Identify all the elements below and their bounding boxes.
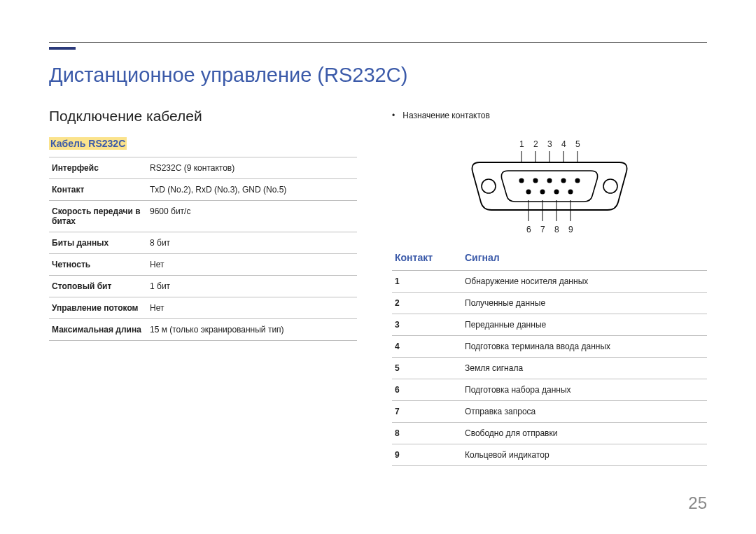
- bullet-icon: •: [392, 111, 400, 120]
- spec-key: Четность: [49, 254, 147, 276]
- table-row: КонтактTxD (No.2), RxD (No.3), GND (No.5…: [49, 179, 357, 201]
- svg-point-9: [547, 178, 552, 183]
- pin-label-top: 4: [561, 139, 566, 149]
- spec-key: Интерфейс: [49, 157, 147, 179]
- pin-number: 7: [392, 401, 462, 423]
- pin-label-top: 5: [575, 139, 580, 149]
- pin-label-bottom: 9: [568, 225, 573, 234]
- spec-key: Стоповый бит: [49, 276, 147, 297]
- table-row: 5Земля сигнала: [392, 358, 707, 379]
- table-row: ИнтерфейсRS232C (9 контактов): [49, 157, 357, 179]
- spec-value: 15 м (только экранированный тип): [147, 319, 357, 341]
- svg-point-13: [540, 190, 545, 195]
- svg-point-7: [519, 178, 524, 183]
- pin-number: 6: [392, 379, 462, 401]
- table-row: ЧетностьНет: [49, 254, 357, 276]
- pin-label-top: 2: [533, 139, 538, 149]
- spec-value: TxD (No.2), RxD (No.3), GND (No.5): [147, 179, 357, 201]
- pin-signal: Подготовка набора данных: [462, 379, 707, 401]
- table-row: 3Переданные данные: [392, 314, 707, 336]
- pin-label-bottom: 7: [540, 225, 545, 234]
- pin-number: 1: [392, 271, 462, 293]
- pin-table: Контакт Сигнал 1Обнаружение носителя дан…: [392, 248, 707, 466]
- content-columns: Подключение кабелей Кабель RS232C Интерф…: [49, 108, 707, 466]
- pin-number: 5: [392, 358, 462, 379]
- svg-point-10: [561, 178, 566, 183]
- svg-point-5: [482, 179, 496, 193]
- pin-note: • Назначение контактов: [392, 111, 707, 120]
- pin-number: 8: [392, 423, 462, 444]
- table-row: 4Подготовка терминала ввода данных: [392, 336, 707, 358]
- table-row: 9Кольцевой индикатор: [392, 444, 707, 466]
- spec-value: RS232C (9 контактов): [147, 157, 357, 179]
- spec-value: Нет: [147, 254, 357, 276]
- cable-title-highlight: Кабель RS232C: [49, 137, 127, 150]
- svg-point-8: [533, 178, 538, 183]
- spec-key: Контакт: [49, 179, 147, 201]
- spec-value: 9600 бит/с: [147, 201, 357, 232]
- pin-number: 2: [392, 293, 462, 314]
- db9-connector-icon: 12345: [462, 127, 637, 239]
- pin-signal: Земля сигнала: [462, 358, 707, 379]
- table-row: 7Отправка запроса: [392, 401, 707, 423]
- right-column: • Назначение контактов 12345: [392, 108, 707, 466]
- spec-value: 8 бит: [147, 232, 357, 254]
- page: Дистанционное управление (RS232C) Подклю…: [0, 0, 756, 494]
- spec-key: Максимальная длина: [49, 319, 147, 341]
- pin-note-text: Назначение контактов: [402, 111, 490, 120]
- svg-point-15: [568, 190, 573, 195]
- table-row: 8Свободно для отправки: [392, 423, 707, 444]
- pin-signal: Обнаружение носителя данных: [462, 271, 707, 293]
- pin-col-signal: Сигнал: [462, 248, 707, 271]
- svg-point-6: [603, 179, 617, 193]
- connector-diagram: 12345: [392, 127, 707, 239]
- spec-value: 1 бит: [147, 276, 357, 297]
- pin-col-contact: Контакт: [392, 248, 462, 271]
- top-divider: [49, 42, 707, 43]
- table-row: 1Обнаружение носителя данных: [392, 271, 707, 293]
- accent-bar: [49, 47, 76, 50]
- pin-label-bottom: 6: [526, 225, 531, 234]
- pin-signal: Подготовка терминала ввода данных: [462, 336, 707, 358]
- pin-number: 9: [392, 444, 462, 466]
- page-title: Дистанционное управление (RS232C): [49, 64, 707, 87]
- left-column: Подключение кабелей Кабель RS232C Интерф…: [49, 108, 357, 466]
- spec-key: Скорость передачи в битах: [49, 201, 147, 232]
- pin-signal: Кольцевой индикатор: [462, 444, 707, 466]
- svg-point-12: [526, 190, 531, 195]
- pin-label-top: 1: [519, 139, 524, 149]
- pin-number: 4: [392, 336, 462, 358]
- table-row: Биты данных8 бит: [49, 232, 357, 254]
- spec-value: Нет: [147, 297, 357, 319]
- page-number: 25: [688, 493, 707, 513]
- pin-label-top: 3: [547, 139, 552, 149]
- svg-point-11: [575, 178, 580, 183]
- pin-number: 3: [392, 314, 462, 336]
- pin-signal: Свободно для отправки: [462, 423, 707, 444]
- pin-signal: Переданные данные: [462, 314, 707, 336]
- pin-signal: Отправка запроса: [462, 401, 707, 423]
- table-row: 2Полученные данные: [392, 293, 707, 314]
- spec-table: ИнтерфейсRS232C (9 контактов)КонтактTxD …: [49, 157, 357, 341]
- table-row: Скорость передачи в битах9600 бит/с: [49, 201, 357, 232]
- spec-key: Управление потоком: [49, 297, 147, 319]
- table-row: Управление потокомНет: [49, 297, 357, 319]
- pin-signal: Полученные данные: [462, 293, 707, 314]
- table-row: 6Подготовка набора данных: [392, 379, 707, 401]
- svg-point-14: [554, 190, 559, 195]
- section-title: Подключение кабелей: [49, 108, 357, 125]
- table-row: Максимальная длина15 м (только экраниров…: [49, 319, 357, 341]
- pin-label-bottom: 8: [554, 225, 559, 234]
- table-row: Стоповый бит1 бит: [49, 276, 357, 297]
- spec-key: Биты данных: [49, 232, 147, 254]
